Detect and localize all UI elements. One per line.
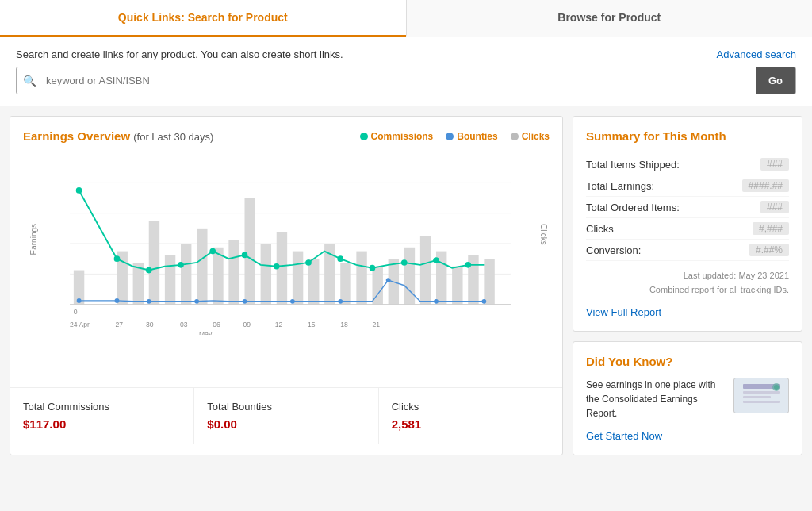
chart-svg: 0 24 Apr 27 30 03 06 09 12 15 18 21 May [47, 152, 534, 335]
search-section: Search and create links for any product.… [0, 37, 812, 106]
svg-point-34 [209, 248, 216, 255]
svg-point-40 [401, 259, 408, 266]
svg-rect-13 [228, 240, 239, 304]
svg-point-36 [274, 263, 280, 270]
svg-rect-15 [261, 244, 271, 305]
stat-total-bounties-label: Total Bounties [207, 401, 365, 413]
svg-text:09: 09 [243, 321, 251, 328]
svg-rect-68 [743, 391, 780, 394]
stat-total-commissions-value: $117.00 [23, 417, 181, 431]
svg-point-41 [433, 257, 439, 263]
stat-total-bounties-value: $0.00 [207, 417, 365, 431]
svg-rect-10 [181, 244, 191, 305]
tab-browse[interactable]: Browse for Product [406, 0, 813, 36]
legend-commissions: Commissions [360, 131, 434, 142]
search-icon: 🔍 [17, 75, 43, 87]
svg-rect-69 [743, 396, 771, 398]
summary-meta-line2: Combined report for all tracking IDs. [586, 283, 789, 298]
stat-total-commissions: Total Commissions $117.00 [10, 388, 194, 444]
did-you-know-title: Did You Know? [586, 355, 789, 368]
view-full-report-link[interactable]: View Full Report [586, 306, 789, 318]
svg-text:24 Apr: 24 Apr [70, 321, 90, 328]
svg-point-35 [242, 252, 248, 259]
summary-label-items-shipped: Total Items Shipped: [586, 159, 680, 171]
svg-text:15: 15 [308, 321, 316, 328]
legend-bounties-dot [446, 133, 454, 140]
svg-text:03: 03 [180, 321, 188, 328]
stat-clicks-value: 2,581 [392, 417, 550, 431]
get-started-link[interactable]: Get Started Now [586, 430, 789, 442]
right-panel: Summary for This Month Total Items Shipp… [573, 116, 802, 455]
y-axis-label: Earnings [29, 224, 38, 255]
svg-text:21: 21 [373, 321, 381, 328]
svg-point-72 [774, 385, 779, 390]
svg-point-51 [434, 299, 439, 304]
svg-point-50 [386, 278, 391, 282]
summary-value-items-shipped: ### [760, 158, 789, 171]
advanced-search-link[interactable]: Advanced search [717, 48, 796, 60]
summary-label-earnings: Total Earnings: [586, 180, 654, 192]
chart-header: Earnings Overview (for Last 30 days) Com… [23, 129, 550, 143]
search-description-row: Search and create links for any product.… [16, 48, 796, 60]
summary-value-clicks: #,### [753, 222, 789, 235]
chart-title-text: Earnings Overview [23, 129, 130, 143]
svg-point-38 [337, 256, 343, 262]
svg-rect-8 [149, 221, 159, 304]
tab-quick-links[interactable]: Quick Links: Search for Product [0, 0, 406, 36]
svg-point-49 [338, 299, 343, 304]
did-you-know-card: Did You Know? See earnings in one place … [573, 341, 802, 455]
svg-text:30: 30 [146, 321, 154, 328]
svg-rect-70 [743, 401, 780, 403]
legend-commissions-label: Commissions [371, 131, 434, 142]
summary-card: Summary for This Month Total Items Shipp… [573, 116, 802, 332]
svg-point-30 [76, 187, 82, 194]
stat-total-commissions-label: Total Commissions [23, 401, 181, 413]
svg-text:12: 12 [275, 321, 283, 328]
svg-rect-18 [308, 259, 319, 305]
svg-point-37 [305, 259, 312, 266]
svg-rect-21 [356, 252, 366, 305]
go-button[interactable]: Go [756, 67, 795, 94]
svg-point-42 [465, 262, 471, 268]
summary-row-earnings: Total Earnings: ####.## [586, 175, 789, 197]
summary-meta-line1: Last updated: May 23 2021 [586, 269, 789, 283]
svg-rect-24 [404, 248, 415, 305]
svg-rect-29 [484, 259, 494, 305]
search-description-text: Search and create links for any product.… [16, 48, 343, 60]
chart-legend: Commissions Bounties Clicks [360, 131, 550, 142]
stat-total-bounties: Total Bounties $0.00 [194, 388, 378, 444]
svg-text:0: 0 [74, 308, 78, 316]
svg-text:06: 06 [213, 321, 220, 328]
svg-point-43 [77, 298, 82, 303]
top-tabs: Quick Links: Search for Product Browse f… [0, 0, 812, 37]
summary-row-ordered-items: Total Ordered Items: ### [586, 197, 789, 218]
chart-section: Earnings Overview (for Last 30 days) Com… [10, 117, 562, 387]
svg-rect-9 [165, 255, 175, 304]
svg-rect-20 [340, 263, 350, 305]
summary-row-items-shipped: Total Items Shipped: ### [586, 154, 789, 175]
summary-label-conversion: Conversion: [586, 244, 641, 256]
bottom-stats: Total Commissions $117.00 Total Bounties… [10, 387, 562, 444]
svg-point-45 [147, 299, 151, 304]
legend-commissions-dot [360, 133, 368, 140]
search-input[interactable] [43, 68, 756, 93]
main-content: Earnings Overview (for Last 30 days) Com… [0, 116, 812, 465]
summary-value-conversion: #.##% [749, 244, 789, 256]
y-axis-right-label: Clicks [539, 224, 548, 245]
stat-clicks: Clicks 2,581 [379, 388, 562, 444]
svg-point-52 [482, 299, 487, 304]
svg-rect-14 [245, 198, 255, 305]
legend-clicks-dot [511, 133, 519, 140]
summary-value-ordered-items: ### [760, 201, 789, 213]
legend-clicks-label: Clicks [522, 131, 550, 142]
svg-text:27: 27 [116, 321, 124, 328]
svg-text:May: May [199, 330, 213, 335]
svg-rect-27 [452, 267, 462, 305]
left-panel: Earnings Overview (for Last 30 days) Com… [10, 116, 563, 455]
svg-rect-11 [197, 229, 207, 305]
legend-clicks: Clicks [511, 131, 550, 142]
svg-point-47 [243, 299, 247, 304]
search-bar: 🔍 Go [16, 67, 796, 94]
svg-rect-25 [420, 236, 431, 304]
svg-point-39 [370, 265, 376, 271]
